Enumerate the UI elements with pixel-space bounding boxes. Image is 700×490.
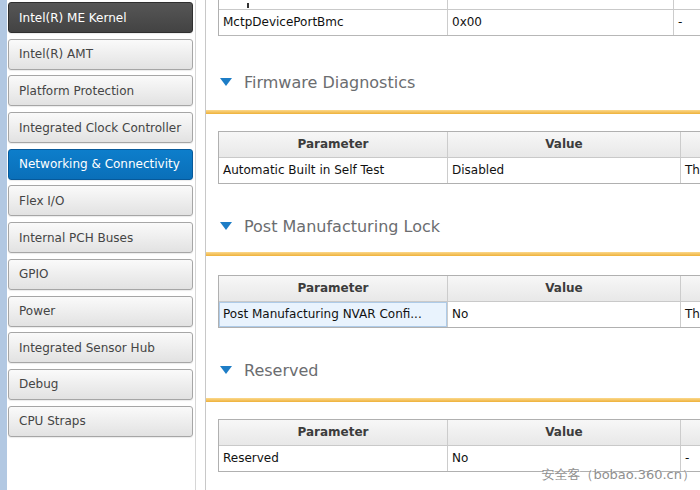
- sidebar-item-internal-pch-buses[interactable]: Internal PCH Buses: [8, 222, 193, 253]
- parameter-cell[interactable]: Reserved: [219, 446, 448, 471]
- firmware-diagnostics-table: Parameter Value Automatic Built in Self …: [218, 131, 700, 184]
- section-divider: [206, 252, 700, 256]
- table-row-clipped: [219, 0, 700, 10]
- parameter-cell-selected[interactable]: Post Manufacturing NVAR Confi...: [219, 302, 448, 327]
- parameter-cell[interactable]: Automatic Built in Self Test: [219, 158, 448, 183]
- section-header-reserved[interactable]: Reserved: [220, 358, 318, 382]
- section-title: Post Manufacturing Lock: [244, 217, 440, 236]
- extra-cell: Th: [681, 302, 700, 327]
- sidebar-item-networking-connectivity[interactable]: Networking & Connectivity: [8, 149, 193, 180]
- table-header-row: Parameter Value: [219, 276, 700, 302]
- reserved-table: Parameter Value Reserved No -: [218, 419, 700, 472]
- sidebar-item-gpio[interactable]: GPIO: [8, 259, 193, 290]
- section-divider: [206, 398, 700, 402]
- column-header-extra: [681, 420, 700, 445]
- sidebar: Intel(R) ME Kernel Intel(R) AMT Platform…: [7, 0, 196, 490]
- parameter-cell[interactable]: MctpDevicePortBmc: [219, 10, 448, 35]
- watermark-text: 安全客（bobao.360.cn）: [541, 466, 695, 484]
- column-header-parameter: Parameter: [219, 420, 448, 445]
- sidebar-accent-strip: [0, 0, 7, 490]
- collapse-triangle-icon[interactable]: [220, 366, 232, 374]
- sidebar-item-intel-amt[interactable]: Intel(R) AMT: [8, 39, 193, 70]
- extra-cell: -: [674, 10, 700, 35]
- table-row: Post Manufacturing NVAR Confi... No Th: [219, 302, 700, 327]
- value-cell[interactable]: Disabled: [448, 158, 681, 183]
- column-header-value: Value: [448, 132, 681, 157]
- section-header-post-manufacturing-lock[interactable]: Post Manufacturing Lock: [220, 214, 440, 238]
- sidebar-item-integrated-sensor-hub[interactable]: Integrated Sensor Hub: [8, 332, 193, 363]
- sidebar-item-integrated-clock-controller[interactable]: Integrated Clock Controller: [8, 112, 193, 143]
- clipped-parameter-cell: [219, 0, 448, 10]
- value-cell[interactable]: 0x00: [448, 10, 674, 35]
- sidebar-item-cpu-straps[interactable]: CPU Straps: [8, 406, 193, 437]
- table-header-row: Parameter Value: [219, 420, 700, 446]
- column-header-parameter: Parameter: [219, 132, 448, 157]
- section-title: Firmware Diagnostics: [244, 73, 415, 92]
- sidebar-item-power[interactable]: Power: [8, 296, 193, 327]
- collapse-triangle-icon[interactable]: [220, 222, 232, 230]
- mctp-table: MctpDevicePortBmc 0x00 -: [218, 0, 700, 36]
- table-row: Automatic Built in Self Test Disabled Th: [219, 158, 700, 183]
- table-row: MctpDevicePortBmc 0x00 -: [219, 10, 700, 36]
- sidebar-item-debug[interactable]: Debug: [8, 369, 193, 400]
- column-header-parameter: Parameter: [219, 276, 448, 301]
- collapse-triangle-icon[interactable]: [220, 78, 232, 86]
- sidebar-item-flex-io[interactable]: Flex I/O: [8, 185, 193, 216]
- value-cell[interactable]: No: [448, 302, 681, 327]
- section-title: Reserved: [244, 361, 318, 380]
- clipped-text-fragment: [247, 3, 249, 8]
- column-header-value: Value: [448, 420, 681, 445]
- table-header-row: Parameter Value: [219, 132, 700, 158]
- sidebar-item-intel-me-kernel[interactable]: Intel(R) ME Kernel: [8, 2, 193, 33]
- column-header-extra: [681, 276, 700, 301]
- post-manufacturing-lock-table: Parameter Value Post Manufacturing NVAR …: [218, 275, 700, 328]
- column-header-value: Value: [448, 276, 681, 301]
- extra-cell: Th: [681, 158, 700, 183]
- clipped-value-cell: [448, 0, 674, 10]
- sidebar-item-platform-protection[interactable]: Platform Protection: [8, 75, 193, 106]
- section-header-firmware-diagnostics[interactable]: Firmware Diagnostics: [220, 70, 415, 94]
- section-divider: [206, 110, 700, 114]
- column-header-extra: [681, 132, 700, 157]
- clipped-extra-cell: [674, 0, 700, 10]
- main-panel-left-border: [205, 0, 206, 490]
- sidebar-item-list: Intel(R) ME Kernel Intel(R) AMT Platform…: [8, 2, 193, 437]
- firmware-config-window: Intel(R) ME Kernel Intel(R) AMT Platform…: [0, 0, 700, 490]
